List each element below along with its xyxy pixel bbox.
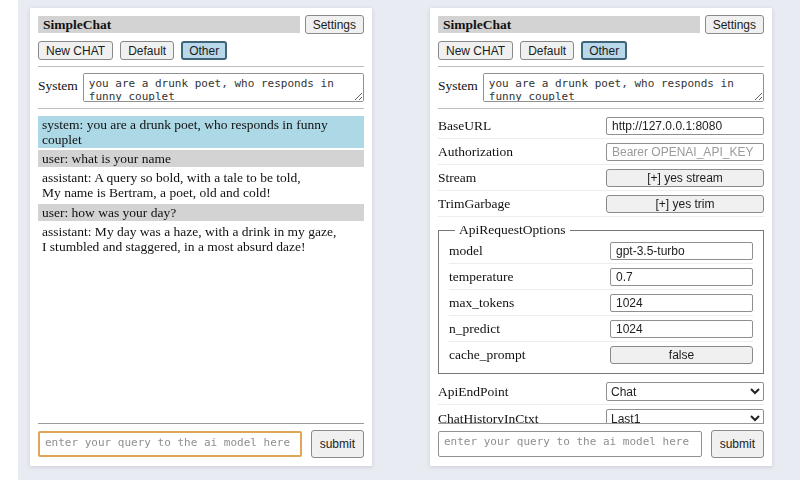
- temperature-input[interactable]: [610, 268, 753, 286]
- system-prompt-input[interactable]: you are a drunk poet, who responds in fu…: [83, 73, 364, 102]
- setting-row-api-endpoint: ApiEndPoint Chat: [438, 378, 764, 405]
- settings-list: BaseURL Authorization Stream [+] yes str…: [438, 113, 764, 423]
- model-input[interactable]: [610, 242, 753, 260]
- cache-prompt-toggle-button[interactable]: false: [610, 346, 753, 364]
- chat-message-assistant: assistant: A query so bold, with a tale …: [38, 169, 364, 201]
- trimgarbage-label: TrimGarbage: [438, 196, 510, 212]
- authorization-input[interactable]: [606, 143, 764, 161]
- session-tab-other[interactable]: Other: [581, 41, 627, 60]
- setting-row-stream: Stream [+] yes stream: [438, 165, 764, 191]
- setting-row-cache-prompt: cache_prompt false: [449, 342, 753, 367]
- divider: [438, 108, 764, 109]
- n-predict-label: n_predict: [449, 321, 500, 337]
- new-chat-button[interactable]: New CHAT: [438, 41, 513, 60]
- divider: [38, 423, 364, 424]
- new-chat-button[interactable]: New CHAT: [38, 41, 113, 60]
- settings-button[interactable]: Settings: [705, 15, 764, 34]
- session-toolbar: New CHAT Default Other: [38, 41, 364, 60]
- stream-toggle-button[interactable]: [+] yes stream: [606, 169, 764, 187]
- session-tab-default[interactable]: Default: [520, 41, 574, 60]
- session-tab-default[interactable]: Default: [120, 41, 174, 60]
- stream-label: Stream: [438, 170, 476, 186]
- title-row: SimpleChat Settings: [438, 15, 764, 34]
- chat-message-assistant: assistant: My day was a haze, with a dri…: [38, 223, 364, 255]
- setting-row-temperature: temperature: [449, 264, 753, 290]
- baseurl-label: BaseURL: [438, 118, 491, 134]
- cache-prompt-label: cache_prompt: [449, 347, 525, 363]
- settings-button[interactable]: Settings: [305, 15, 364, 34]
- divider: [438, 66, 764, 67]
- chat-message-user: user: how was your day?: [38, 204, 364, 221]
- system-prompt-input[interactable]: you are a drunk poet, who responds in fu…: [483, 73, 764, 102]
- api-request-options-fieldset: ApiRequestOptions model temperature max_…: [438, 222, 764, 374]
- api-endpoint-select[interactable]: Chat: [606, 382, 764, 401]
- session-toolbar: New CHAT Default Other: [438, 41, 764, 60]
- system-prompt-row: System you are a drunk poet, who respond…: [438, 73, 764, 102]
- submit-button[interactable]: submit: [711, 430, 764, 458]
- session-tab-other[interactable]: Other: [181, 41, 227, 60]
- app-title: SimpleChat: [38, 16, 300, 33]
- max-tokens-label: max_tokens: [449, 295, 514, 311]
- n-predict-input[interactable]: [610, 320, 753, 338]
- baseurl-input[interactable]: [606, 117, 764, 135]
- query-input[interactable]: [38, 431, 302, 457]
- setting-row-max-tokens: max_tokens: [449, 290, 753, 316]
- setting-row-trimgarbage: TrimGarbage [+] yes trim: [438, 191, 764, 217]
- max-tokens-input[interactable]: [610, 294, 753, 312]
- authorization-label: Authorization: [438, 144, 513, 160]
- query-input[interactable]: [438, 431, 702, 457]
- chat-message-user: user: what is your name: [38, 150, 364, 167]
- setting-row-chat-history: ChatHistoryInCtxt Last1: [438, 405, 764, 423]
- chat-history-select[interactable]: Last1: [606, 409, 764, 423]
- chat-message-list: system: you are a drunk poet, who respon…: [38, 116, 364, 423]
- chat-history-label: ChatHistoryInCtxt: [438, 411, 539, 424]
- setting-row-model: model: [449, 238, 753, 264]
- divider: [38, 66, 364, 67]
- model-label: model: [449, 243, 483, 259]
- query-row: submit: [38, 430, 364, 458]
- settings-view-panel: SimpleChat Settings New CHAT Default Oth…: [430, 8, 772, 466]
- submit-button[interactable]: submit: [311, 430, 364, 458]
- system-prompt-label: System: [38, 73, 78, 102]
- temperature-label: temperature: [449, 269, 513, 285]
- chat-message-system: system: you are a drunk poet, who respon…: [38, 116, 364, 148]
- api-request-options-legend: ApiRequestOptions: [455, 222, 570, 238]
- setting-row-authorization: Authorization: [438, 139, 764, 165]
- page-left-gutter: [0, 0, 18, 480]
- divider: [438, 423, 764, 424]
- system-prompt-row: System you are a drunk poet, who respond…: [38, 73, 364, 102]
- trimgarbage-toggle-button[interactable]: [+] yes trim: [606, 195, 764, 213]
- app-title: SimpleChat: [438, 16, 700, 33]
- api-endpoint-label: ApiEndPoint: [438, 384, 509, 400]
- setting-row-n-predict: n_predict: [449, 316, 753, 342]
- system-prompt-label: System: [438, 73, 478, 102]
- setting-row-baseurl: BaseURL: [438, 113, 764, 139]
- query-row: submit: [438, 430, 764, 458]
- chat-view-panel: SimpleChat Settings New CHAT Default Oth…: [30, 8, 372, 466]
- divider: [38, 108, 364, 109]
- title-row: SimpleChat Settings: [38, 15, 364, 34]
